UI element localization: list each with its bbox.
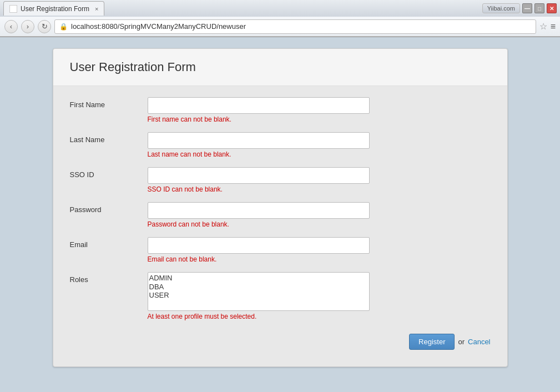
roles-select[interactable]: ADMINDBAUSER bbox=[148, 272, 370, 311]
first-name-error: First name can not be blank. bbox=[148, 115, 491, 123]
roles-label: Roles bbox=[70, 272, 148, 284]
window-close-button[interactable]: ✕ bbox=[547, 3, 557, 13]
refresh-button[interactable]: ↻ bbox=[38, 20, 51, 33]
form-header: User Registration Form bbox=[53, 49, 507, 86]
form-title: User Registration Form bbox=[70, 60, 491, 74]
address-icon: 🔒 bbox=[59, 23, 68, 31]
bookmark-star-icon[interactable]: ☆ bbox=[539, 21, 547, 32]
first-name-input[interactable] bbox=[148, 97, 370, 114]
tab-close-button[interactable]: × bbox=[95, 6, 98, 12]
password-row: Password Password can not be blank. bbox=[70, 202, 491, 233]
last-name-error: Last name can not be blank. bbox=[148, 150, 491, 158]
forward-button[interactable]: › bbox=[21, 20, 34, 33]
password-error: Password can not be blank. bbox=[148, 220, 491, 228]
last-name-label: Last Name bbox=[70, 132, 148, 144]
roles-error: At least one profile must be selected. bbox=[148, 313, 491, 320]
or-text: or bbox=[458, 338, 465, 346]
sso-id-error: SSO ID can not be blank. bbox=[148, 185, 491, 193]
email-field-group: Email can not be blank. bbox=[148, 237, 491, 268]
first-name-label: First Name bbox=[70, 97, 148, 109]
sso-id-input[interactable] bbox=[148, 167, 370, 184]
page-content: User Registration Form First Name First … bbox=[0, 37, 560, 392]
password-field-group: Password can not be blank. bbox=[148, 202, 491, 233]
address-text: localhost:8080/SpringMVCMany2ManyCRUD/ne… bbox=[71, 22, 531, 31]
sso-id-field-group: SSO ID can not be blank. bbox=[148, 167, 491, 198]
register-button[interactable]: Register bbox=[409, 334, 455, 350]
email-row: Email Email can not be blank. bbox=[70, 237, 491, 268]
roles-row: Roles ADMINDBAUSER At least one profile … bbox=[70, 272, 491, 325]
last-name-row: Last Name Last name can not be blank. bbox=[70, 132, 491, 163]
last-name-field-group: Last name can not be blank. bbox=[148, 132, 491, 163]
sso-id-label: SSO ID bbox=[70, 167, 148, 179]
email-input[interactable] bbox=[148, 237, 370, 254]
browser-menu-icon[interactable]: ≡ bbox=[551, 22, 556, 32]
email-error: Email can not be blank. bbox=[148, 255, 491, 263]
password-label: Password bbox=[70, 202, 148, 214]
form-body: First Name First name can not be blank. … bbox=[53, 86, 507, 366]
navigation-bar: ‹ › ↻ 🔒 localhost:8080/SpringMVCMany2Man… bbox=[0, 17, 560, 37]
window-minimize-button[interactable]: — bbox=[522, 3, 532, 13]
tab-favicon bbox=[9, 5, 17, 13]
password-input[interactable] bbox=[148, 202, 370, 219]
first-name-row: First Name First name can not be blank. bbox=[70, 97, 491, 128]
window-maximize-button[interactable]: □ bbox=[534, 3, 544, 13]
address-bar[interactable]: 🔒 localhost:8080/SpringMVCMany2ManyCRUD/… bbox=[54, 19, 536, 34]
form-actions: Register or Cancel bbox=[70, 334, 491, 350]
last-name-input[interactable] bbox=[148, 132, 370, 149]
browser-tab[interactable]: User Registration Form × bbox=[3, 1, 104, 16]
registration-form-container: User Registration Form First Name First … bbox=[53, 48, 508, 367]
sso-id-row: SSO ID SSO ID can not be blank. bbox=[70, 167, 491, 198]
email-label: Email bbox=[70, 237, 148, 249]
roles-field-group: ADMINDBAUSER At least one profile must b… bbox=[148, 272, 491, 325]
watermark: Yiibai.com bbox=[482, 3, 520, 13]
tab-title: User Registration Form bbox=[21, 5, 89, 13]
first-name-field-group: First name can not be blank. bbox=[148, 97, 491, 128]
back-button[interactable]: ‹ bbox=[4, 20, 18, 33]
cancel-link[interactable]: Cancel bbox=[468, 338, 490, 346]
